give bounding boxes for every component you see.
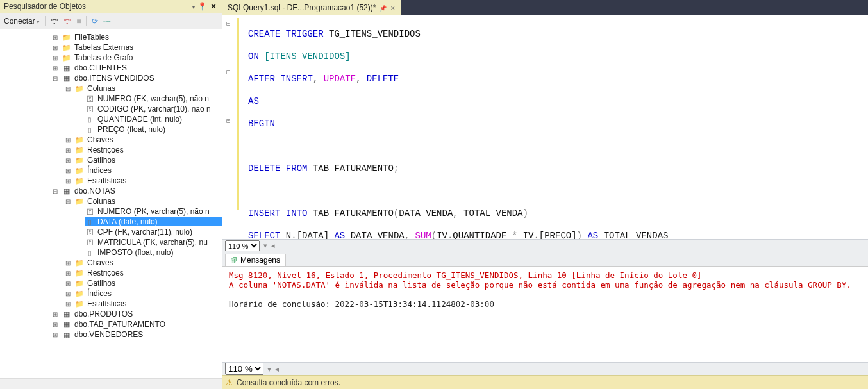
messages-icon xyxy=(231,256,237,265)
messages-tab[interactable]: Mensagens xyxy=(225,254,286,266)
results-tabbar: Mensagens xyxy=(222,252,868,266)
tree-label: MATRICULA (FK, varchar(5), nu xyxy=(97,238,208,247)
table-icon xyxy=(62,74,72,83)
close-panel-icon[interactable]: ✕ xyxy=(209,2,218,11)
tree-item[interactable]: ⊞dbo.PRODUTOS xyxy=(51,310,222,319)
sql-tab[interactable]: SQLQuery1.sql - DE...Programacao1 (52))* xyxy=(222,0,401,15)
tree-horizontal-scrollbar[interactable] xyxy=(0,378,222,389)
tree-item[interactable]: ⊟Colunas xyxy=(64,84,222,93)
sql-editor[interactable]: ⊟ ⊟ ⊟ CREATE TRIGGER TG_ITENS_VENDIDOS O… xyxy=(222,15,868,239)
tree-item[interactable]: QUANTIDADE (int, nulo) xyxy=(85,115,222,124)
tree-item[interactable]: MATRICULA (FK, varchar(5), nu xyxy=(85,238,222,247)
editor-zoom-bar: 110 % ▾ ◂ xyxy=(222,239,868,252)
tree-label: Gatilhos xyxy=(87,156,115,165)
pin-icon[interactable]: 📍 xyxy=(197,2,206,11)
folder-icon xyxy=(74,289,85,298)
folder-icon xyxy=(74,145,85,154)
change-marker xyxy=(237,18,239,210)
tree-label: Chaves xyxy=(87,135,113,144)
column-icon xyxy=(85,125,95,134)
pin-icon[interactable] xyxy=(380,3,387,12)
document-tabbar: SQLQuery1.sql - DE...Programacao1 (52))*… xyxy=(222,0,868,15)
tree-label: Chaves xyxy=(87,258,113,267)
tree-item[interactable]: ⊞Tabelas Externas xyxy=(51,43,222,52)
tree-label: dbo.NOTAS xyxy=(74,186,115,195)
tree-label: Estatísticas xyxy=(87,299,126,308)
error-line: Msg 8120, Nível 16, Estado 1, Procedimen… xyxy=(229,270,868,280)
key-icon xyxy=(85,238,95,247)
tree-item[interactable]: ⊞Estatísticas xyxy=(64,299,222,308)
tree-item[interactable]: ⊞FileTables xyxy=(51,33,222,42)
filter-icon[interactable]: 🝖 xyxy=(51,17,58,26)
tree-item[interactable]: ⊞Índices xyxy=(64,166,222,175)
tree-item[interactable]: ⊟dbo.ITENS VENDIDOS xyxy=(51,74,222,83)
tree-label: dbo.PRODUTOS xyxy=(74,310,133,319)
tree-item[interactable]: IMPOSTO (float, nulo) xyxy=(85,248,222,257)
column-icon xyxy=(85,217,95,226)
tree-label: Estatísticas xyxy=(87,176,126,185)
tree-item[interactable]: ⊞dbo.VENDEDORES xyxy=(51,330,222,339)
tree-item[interactable]: CPF (FK, varchar(11), nulo) xyxy=(85,228,222,236)
tree-label: Colunas xyxy=(87,84,115,93)
tree-item[interactable]: NUMERO (FK, varchar(5), não n xyxy=(85,94,222,103)
zoom-select[interactable]: 110 % xyxy=(225,363,263,375)
tree-item[interactable]: NUMERO (PK, varchar(5), não n xyxy=(85,207,222,216)
status-bar: ⚠ Consulta concluída com erros. DESKTOP-… xyxy=(222,375,868,389)
tree-item[interactable]: ⊞Restrições xyxy=(64,145,222,154)
tree-item[interactable]: ⊞Gatilhos xyxy=(64,156,222,165)
key-icon xyxy=(85,104,95,113)
zoom-select[interactable]: 110 % xyxy=(225,240,260,251)
tree-item[interactable]: ⊞Índices xyxy=(64,289,222,298)
messages-horizontal-scrollbar[interactable] xyxy=(283,365,868,374)
activity-icon[interactable]: ⁓ xyxy=(103,17,111,26)
table-icon xyxy=(62,63,72,72)
messages-pane[interactable]: Msg 8120, Nível 16, Estado 1, Procedimen… xyxy=(222,266,868,362)
table-icon xyxy=(62,186,72,195)
tree-label: Tabelas de Grafo xyxy=(74,53,133,62)
completion-line: Horário de conclusão: 2022-03-15T13:34:1… xyxy=(229,299,868,309)
folder-icon xyxy=(74,135,85,144)
refresh-icon[interactable]: ⟳ xyxy=(92,17,98,26)
tree-item[interactable]: ⊞dbo.CLIENTES xyxy=(51,63,222,72)
code-content[interactable]: CREATE TRIGGER TG_ITENS_VENDIDOS ON [ITE… xyxy=(240,15,672,239)
filter-off-icon[interactable]: 🝖 xyxy=(63,17,71,26)
folder-icon xyxy=(74,269,85,277)
tree-label: QUANTIDADE (int, nulo) xyxy=(97,115,182,124)
tree-label: CPF (FK, varchar(11), nulo) xyxy=(97,228,192,236)
column-icon xyxy=(85,248,95,257)
tree-item[interactable]: ⊞Chaves xyxy=(64,135,222,144)
folder-icon xyxy=(74,156,85,165)
tree-item-selected[interactable]: DATA (date, nulo) xyxy=(85,217,222,226)
table-icon xyxy=(62,310,72,319)
tree-item[interactable]: ⊞Estatísticas xyxy=(64,176,222,185)
error-line: A coluna 'NOTAS.DATA' é inválida na list… xyxy=(229,280,868,290)
folder-icon xyxy=(74,197,85,206)
tree-item[interactable]: PREÇO (float, nulo) xyxy=(85,125,222,134)
tree-item[interactable]: ⊞Gatilhos xyxy=(64,279,222,288)
object-tree[interactable]: ⊞FileTables ⊞Tabelas Externas ⊞Tabelas d… xyxy=(0,29,222,378)
tree-item[interactable]: ⊞Restrições xyxy=(64,269,222,277)
close-tab-icon[interactable] xyxy=(390,3,396,12)
folder-icon xyxy=(62,33,72,42)
tree-label: Restrições xyxy=(87,269,124,277)
object-explorer-panel: Pesquisador de Objetos 📍 ✕ Conectar 🝖 🝖 … xyxy=(0,0,222,389)
folder-icon xyxy=(74,166,85,175)
editor-horizontal-scrollbar[interactable] xyxy=(279,242,868,251)
tab-label: SQLQuery1.sql - DE...Programacao1 (52))* xyxy=(228,3,376,12)
editor-gutter: ⊟ ⊟ ⊟ xyxy=(222,15,240,239)
panel-menu-dropdown[interactable] xyxy=(191,2,195,11)
tree-item[interactable]: ⊞Tabelas de Grafo xyxy=(51,53,222,62)
stop-icon[interactable]: ■ xyxy=(76,17,81,26)
tree-item[interactable]: ⊞Chaves xyxy=(64,258,222,267)
table-icon xyxy=(62,330,72,339)
tree-label: dbo.CLIENTES xyxy=(74,63,127,72)
tree-item[interactable]: CODIGO (PK, varchar(10), não n xyxy=(85,104,222,113)
editor-area: SQLQuery1.sql - DE...Programacao1 (52))*… xyxy=(222,0,868,389)
tree-label: IMPOSTO (float, nulo) xyxy=(97,248,173,257)
key-icon xyxy=(85,207,95,216)
folder-icon xyxy=(74,176,85,185)
tree-item[interactable]: ⊞dbo.TAB_FATURAMENTO xyxy=(51,320,222,329)
connect-button[interactable]: Conectar xyxy=(4,17,40,26)
tree-item[interactable]: ⊟Colunas xyxy=(64,197,222,206)
tree-item[interactable]: ⊟dbo.NOTAS xyxy=(51,186,222,195)
